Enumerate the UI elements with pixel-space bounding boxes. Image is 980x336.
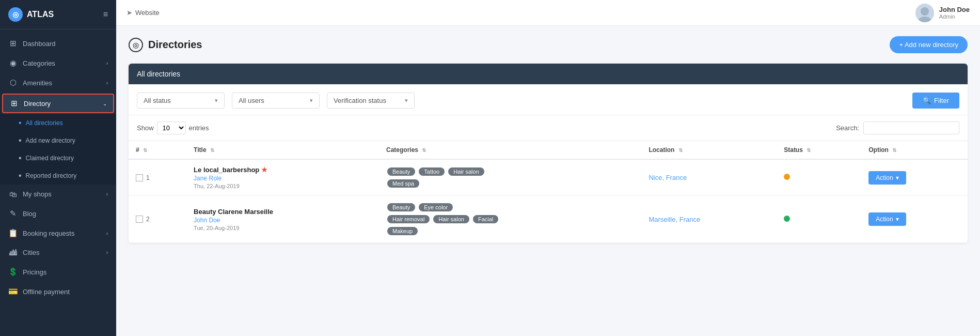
sidebar-item-label: Pricings — [23, 268, 46, 276]
sidebar-item-cities[interactable]: 🏙 Cities › — [0, 243, 116, 262]
search-input[interactable] — [863, 121, 959, 134]
svg-point-1 — [918, 17, 931, 22]
action-button[interactable]: Action ▾ — [868, 171, 906, 185]
avatar — [915, 4, 934, 22]
sidebar-item-my-shops[interactable]: 🛍 My shops › — [0, 185, 116, 204]
page-title-wrap: ◎ Directories — [129, 38, 890, 52]
row-number: 2 — [129, 196, 186, 243]
location-link[interactable]: Nice, France — [649, 174, 687, 181]
action-button[interactable]: Action ▾ — [868, 212, 906, 226]
section-title: All directories — [137, 70, 180, 78]
website-link[interactable]: ➤ Website — [127, 9, 160, 17]
row-categories: BeautyTattooHair salonMed spa — [379, 159, 641, 196]
col-title: Title ⇅ — [186, 141, 379, 160]
row-location: Marseille, France — [641, 196, 777, 243]
filters-row: All status ▾ All users ▾ Verification st… — [129, 84, 968, 115]
row-checkbox[interactable] — [136, 216, 143, 223]
sidebar-item-label: Cities — [23, 249, 40, 256]
sidebar-item-all-directories[interactable]: All directories — [0, 114, 116, 132]
page-title-icon: ◎ — [129, 38, 143, 52]
chevron-down-icon: ▾ — [896, 216, 899, 223]
filter-button[interactable]: 🔍 Filter — [912, 93, 959, 109]
show-entries-row: Show 10 25 50 100 entries Search: — [129, 115, 968, 141]
search-right: Search: — [836, 121, 959, 134]
listing-user: John Doe — [194, 217, 372, 224]
sidebar-item-dashboard[interactable]: ⊞ Dashboard — [0, 34, 116, 53]
chevron-right-icon: › — [106, 191, 108, 197]
status-filter-label: All status — [144, 97, 171, 104]
location-link[interactable]: Marseille, France — [649, 216, 700, 223]
category-tag: Eye color — [419, 203, 453, 211]
sub-item-label: Reported directory — [26, 172, 77, 179]
filter-search-icon: 🔍 — [923, 97, 931, 104]
row-title: Le local_barbershop★ Jane Role Thu, 22-A… — [186, 159, 379, 196]
col-status: Status ⇅ — [777, 141, 861, 160]
listing-user: Jane Role — [194, 175, 372, 182]
amenities-icon: ⬡ — [8, 78, 18, 87]
add-new-directory-button[interactable]: + Add new directory — [890, 36, 968, 53]
sidebar-item-claimed-directory[interactable]: Claimed directory — [0, 149, 116, 167]
category-tag: Tattoo — [419, 167, 445, 176]
sidebar-item-reported-directory[interactable]: Reported directory — [0, 167, 116, 185]
chevron-right-icon: › — [106, 80, 108, 86]
col-categories: Categories ⇅ — [379, 141, 641, 160]
category-tag: Hair salon — [448, 167, 484, 176]
col-option: Option ⇅ — [861, 141, 968, 160]
entries-select[interactable]: 10 25 50 100 — [157, 121, 186, 134]
row-status — [777, 196, 861, 243]
table-row: 2 Beauty Clarene Marseille John Doe Tue,… — [129, 196, 968, 243]
featured-star-icon: ★ — [261, 166, 267, 174]
show-entries-left: Show 10 25 50 100 entries — [137, 121, 209, 134]
sidebar-logo: ◎ ATLAS ≡ — [0, 0, 116, 29]
users-filter[interactable]: All users ▾ — [232, 93, 320, 109]
sidebar-item-directory[interactable]: ⊞ Directory ⌄ — [2, 94, 114, 113]
status-indicator — [784, 216, 790, 222]
main-area: ➤ Website John Doe Admin ◎ Directories — [116, 0, 980, 336]
sidebar-item-categories[interactable]: ◉ Categories › — [0, 53, 116, 73]
row-option: Action ▾ — [861, 159, 968, 196]
table-section-header: All directories — [129, 64, 968, 84]
sidebar-item-amenities[interactable]: ⬡ Amenities › — [0, 73, 116, 93]
sub-item-label: All directories — [26, 119, 63, 127]
user-role: Admin — [939, 13, 970, 20]
row-option: Action ▾ — [861, 196, 968, 243]
row-checkbox[interactable] — [136, 174, 143, 181]
chevron-down-icon: ▾ — [215, 97, 218, 104]
topbar: ➤ Website John Doe Admin — [116, 0, 980, 26]
table-row: 1 Le local_barbershop★ Jane Role Thu, 22… — [129, 159, 968, 196]
directories-table: # ⇅ Title ⇅ Categories ⇅ Location ⇅ Stat — [129, 141, 968, 243]
sidebar-item-pricings[interactable]: 💲 Pricings — [0, 262, 116, 282]
topbar-user: John Doe Admin — [915, 4, 970, 22]
category-tag: Facial — [473, 215, 498, 223]
sidebar-item-label: Amenities — [23, 79, 52, 87]
row-status — [777, 159, 861, 196]
sidebar-item-label: Booking requests — [23, 230, 74, 237]
verification-filter[interactable]: Verification status ▾ — [327, 93, 415, 109]
user-info: John Doe Admin — [939, 6, 970, 20]
sidebar-item-add-new-directory[interactable]: Add new directory — [0, 132, 116, 149]
sidebar-item-label: Categories — [23, 59, 55, 67]
category-tag: Med spa — [387, 179, 419, 188]
hamburger-icon[interactable]: ≡ — [103, 10, 108, 19]
row-location: Nice, France — [641, 159, 777, 196]
users-filter-label: All users — [239, 97, 264, 104]
cities-icon: 🏙 — [8, 248, 18, 257]
sub-item-label: Claimed directory — [26, 155, 74, 162]
tags-wrap: BeautyEye colorHair removalHair salonFac… — [386, 202, 500, 236]
booking-icon: 📋 — [8, 228, 18, 238]
listing-title: Le local_barbershop★ — [194, 166, 372, 174]
col-number: # ⇅ — [129, 141, 186, 160]
sidebar-item-offline-payment[interactable]: 💳 Offline payment — [0, 282, 116, 301]
sidebar-item-blog[interactable]: ✎ Blog — [0, 204, 116, 223]
logo-icon: ◎ — [8, 7, 23, 22]
sidebar-nav: ⊞ Dashboard ◉ Categories › ⬡ Amenities ›… — [0, 29, 116, 336]
category-tag: Beauty — [387, 167, 415, 176]
status-filter[interactable]: All status ▾ — [137, 93, 225, 109]
sidebar-item-booking-requests[interactable]: 📋 Booking requests › — [0, 223, 116, 243]
category-tag: Hair salon — [433, 215, 469, 223]
col-location: Location ⇅ — [641, 141, 777, 160]
verification-filter-label: Verification status — [334, 97, 386, 104]
sidebar-item-label: Directory — [24, 100, 51, 108]
category-tag: Hair removal — [387, 215, 430, 223]
listing-date: Tue, 20-Aug-2019 — [194, 225, 372, 231]
